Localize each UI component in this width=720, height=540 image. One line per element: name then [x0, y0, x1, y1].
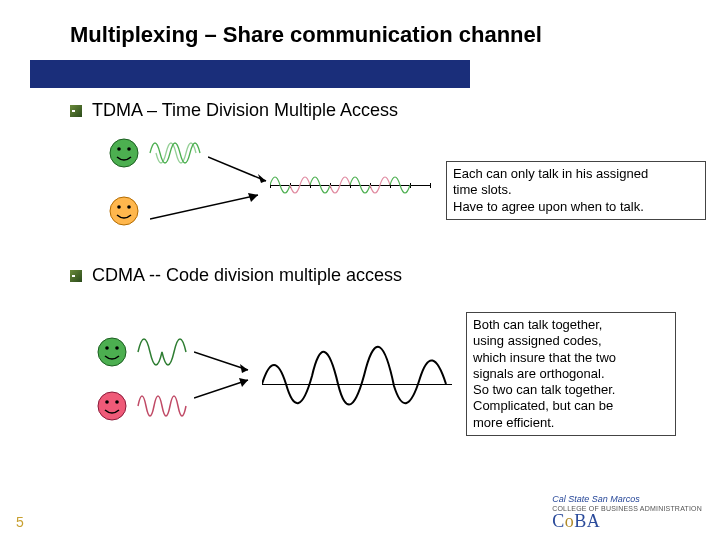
logo-brand: CoBA [552, 512, 702, 532]
callout-text: Each can only talk in his assigned [453, 166, 699, 182]
cdma-bullet: CDMA -- Code division multiple access [70, 265, 700, 286]
bullet-icon [70, 105, 82, 117]
logo-brand-ba: BA [574, 511, 600, 531]
smiley-icon [108, 195, 140, 227]
tdma-diagram: Each can only talk in his assigned time … [90, 129, 700, 249]
callout-text: Have to agree upon when to talk. [453, 199, 699, 215]
callout-text: signals are orthogonal. [473, 366, 669, 382]
cdma-section: CDMA -- Code division multiple access [70, 265, 700, 454]
cdma-combined-wave-icon [262, 316, 452, 440]
wave-green-code-icon [134, 324, 192, 384]
svg-point-12 [115, 346, 119, 350]
svg-marker-9 [248, 193, 258, 202]
arrow-icon [150, 191, 270, 229]
svg-point-5 [127, 205, 131, 209]
tdma-heading: TDMA – Time Division Multiple Access [92, 100, 398, 121]
svg-line-16 [194, 352, 248, 370]
svg-point-1 [117, 147, 121, 151]
smiley-icon [108, 137, 140, 169]
smiley-icon [96, 336, 128, 368]
callout-text: more efficient. [473, 415, 669, 431]
footer-logo: Cal State San Marcos COLLEGE OF BUSINESS… [552, 495, 702, 532]
arrow-icon [194, 376, 260, 408]
callout-text: Complicated, but can be [473, 398, 669, 414]
svg-point-11 [105, 346, 109, 350]
svg-line-18 [194, 380, 248, 398]
svg-line-8 [150, 195, 258, 219]
logo-brand-c: C [552, 511, 565, 531]
callout-text: using assigned codes, [473, 333, 669, 349]
arrow-icon [208, 153, 278, 191]
svg-point-4 [117, 205, 121, 209]
bullet-icon [70, 270, 82, 282]
title-underline-bar [30, 60, 470, 88]
svg-point-15 [115, 400, 119, 404]
tdma-section: TDMA – Time Division Multiple Access [70, 100, 700, 249]
cdma-callout: Both can talk together, using assigned c… [466, 312, 676, 436]
cdma-diagram: Both can talk together, using assigned c… [90, 294, 700, 454]
wave-green-icon [148, 129, 206, 181]
callout-text: So two can talk together. [473, 382, 669, 398]
svg-point-13 [98, 392, 126, 420]
svg-line-6 [208, 157, 266, 181]
slide: Multiplexing – Share communication chann… [0, 0, 720, 540]
svg-point-0 [110, 139, 138, 167]
tdma-callout: Each can only talk in his assigned time … [446, 161, 706, 220]
page-number: 5 [16, 514, 24, 530]
tdma-interleaved-wave-icon [270, 165, 430, 209]
svg-marker-17 [240, 364, 248, 373]
logo-brand-o: o [565, 511, 575, 531]
smiley-icon [96, 390, 128, 422]
content-area: TDMA – Time Division Multiple Access [70, 100, 700, 470]
svg-point-10 [98, 338, 126, 366]
svg-point-14 [105, 400, 109, 404]
callout-text: which insure that the two [473, 350, 669, 366]
wave-pink-code-icon [134, 378, 192, 438]
tdma-bullet: TDMA – Time Division Multiple Access [70, 100, 700, 121]
svg-point-3 [110, 197, 138, 225]
logo-univ: Cal State San Marcos [552, 495, 702, 505]
slide-title: Multiplexing – Share communication chann… [0, 0, 720, 54]
callout-text: Both can talk together, [473, 317, 669, 333]
svg-point-2 [127, 147, 131, 151]
cdma-heading: CDMA -- Code division multiple access [92, 265, 402, 286]
callout-text: time slots. [453, 182, 699, 198]
